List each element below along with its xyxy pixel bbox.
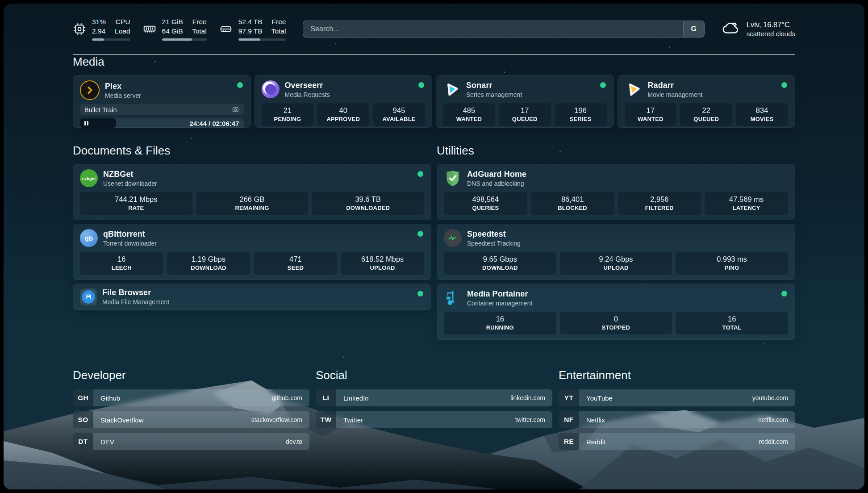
documents-column: Documents & Files nzbget NZBGet Usenet d… [73,144,431,310]
qbittorrent-icon: qb [80,229,98,247]
now-playing-title: Bullet Train [84,106,117,113]
plex-now-playing[interactable]: Bullet Train [80,104,244,115]
adguard-shield-icon [444,169,462,187]
nzbget-icon: nzbget [80,169,98,187]
cpu-progress-bar [92,38,130,41]
service-card-portainer[interactable]: Media Portainer Container management 16 … [437,284,795,340]
memory-values: 21 GiB 64 GiB [162,17,183,35]
service-card-nzbget[interactable]: nzbget NZBGet Usenet downloader 744.21 M… [73,164,431,220]
section-title-social: Social [316,368,552,382]
memory-progress-bar [162,38,207,41]
media-card-grid: Plex Media server Bullet Train [73,75,795,128]
stat-approved: 40 APPROVED [317,103,369,126]
status-dot [600,82,606,88]
speedtest-icon [444,229,462,247]
service-name: Radarr [648,81,703,90]
service-card-filebrowser[interactable]: File Browser Media File Management [73,284,431,310]
video-camera-icon [232,106,239,113]
bookmark-name: Twitter [343,416,363,424]
service-desc: Media Requests [285,91,330,98]
status-dot [417,231,423,237]
bookmark-dev[interactable]: DT DEV dev.to [73,433,309,450]
service-card-adguard[interactable]: AdGuard Home DNS and adblocking 498,564 … [437,164,795,220]
stat-download: 1.19 Gbps DOWNLOAD [167,252,250,275]
stat-queued: 17 QUEUED [499,103,551,126]
status-dot [781,291,787,297]
stat-downloaded: 39.6 TB DOWNLOADED [312,192,424,215]
stat-wanted: 17 WANTED [625,103,677,126]
disk-progress-bar [238,38,286,41]
cpu-values: 31% 2.94 [92,17,106,35]
service-card-overseerr[interactable]: Overseerr Media Requests 21 PENDING 40 A… [255,75,433,128]
bookmark-url: dev.to [286,438,302,445]
service-name: Sonarr [466,81,522,90]
topbar: 31% 2.94 CPU Load [73,16,795,42]
service-card-plex[interactable]: Plex Media server Bullet Train [73,75,251,128]
bookmark-reddit[interactable]: RE Reddit reddit.com [559,433,795,450]
sonarr-icon [443,80,461,98]
bookmark-linkedin[interactable]: LI LinkedIn linkedin.com [316,389,552,406]
stat-remaining: 266 GB REMAINING [196,192,309,215]
bookmark-stackoverflow[interactable]: SO StackOverflow stackoverflow.com [73,411,309,428]
weather-widget[interactable]: Lviv, 16.87°C scattered clouds [722,19,795,39]
bookmark-github[interactable]: GH Github github.com [73,389,309,406]
stat-seed: 471 SEED [254,252,338,275]
stat-latency: 47.569 ms LATENCY [705,192,788,215]
playback-progress-bar[interactable]: 24:44 / 02:06:47 [80,118,244,128]
bookmark-twitter[interactable]: TW Twitter twitter.com [316,411,552,428]
bookmark-youtube[interactable]: YT YouTube youtube.com [559,389,795,406]
service-desc: Speedtest Tracking [467,240,521,247]
bookmark-prefix: GH [73,389,93,406]
service-card-speedtest[interactable]: Speedtest Speedtest Tracking 9.65 Gbps D… [437,224,795,280]
service-name: Speedtest [467,230,521,239]
section-title-utilities: Utilities [437,144,795,158]
stat-upload: 9.24 Gbps UPLOAD [560,252,672,275]
stat-rate: 744.21 Mbps RATE [80,192,192,215]
bookmark-name: Netflix [586,416,605,424]
utilities-column: Utilities AdGuard Home DNS and [437,144,795,340]
service-desc: Torrent downloader [103,240,157,247]
status-dot [417,291,423,297]
stat-queued: 22 QUEUED [680,103,732,126]
section-title-developer: Developer [73,368,309,382]
search-provider-button[interactable]: G [683,21,704,37]
bookmark-url: youtube.com [752,394,788,401]
service-card-radarr[interactable]: Radarr Movie management 17 WANTED 22 QUE… [618,75,796,128]
bookmark-url: twitter.com [515,416,545,423]
bookmark-prefix: LI [316,389,336,406]
bookmark-name: DEV [100,438,114,446]
memory-stat: 21 GiB 64 GiB Free Total [143,17,207,40]
cpu-stat: 31% 2.94 CPU Load [73,17,130,40]
pause-icon[interactable] [84,119,90,127]
service-desc: Movie management [648,91,703,98]
service-card-sonarr[interactable]: Sonarr Series management 485 WANTED 17 Q… [436,75,614,128]
stat-filtered: 2,956 FILTERED [618,192,701,215]
service-name: File Browser [102,288,169,297]
service-desc: DNS and adblocking [467,180,526,187]
cpu-labels: CPU Load [115,17,130,35]
bookmark-prefix: NF [559,411,579,428]
bookmark-url: linkedin.com [510,394,545,401]
snow-specks [4,4,5,5]
filebrowser-icon [80,288,97,305]
bookmark-url: reddit.com [759,438,788,445]
developer-links: Developer GH Github github.com SO StackO… [73,368,309,455]
playback-time: 24:44 / 02:06:47 [190,119,239,127]
bookmark-netflix[interactable]: NF Netflix netflix.com [559,411,795,428]
bookmark-prefix: YT [559,389,579,406]
service-name: qBittorrent [103,230,157,239]
bookmark-name: LinkedIn [343,394,369,402]
memory-labels: Free Total [192,17,207,35]
bookmark-url: netflix.com [758,416,788,423]
service-name: Media Portainer [467,289,532,299]
stat-running: 16 RUNNING [444,312,556,334]
service-card-qbittorrent[interactable]: qb qBittorrent Torrent downloader 16 LEE… [73,224,431,280]
service-name: AdGuard Home [467,170,526,179]
disk-stat: 52.4 TB 97.9 TB Free Total [219,17,286,40]
service-name: Plex [105,82,141,91]
disk-values: 52.4 TB 97.9 TB [238,17,263,35]
search-input[interactable] [303,21,704,38]
section-title-entertainment: Entertainment [559,368,795,382]
bookmark-name: YouTube [586,394,613,402]
bookmark-prefix: RE [559,433,579,450]
